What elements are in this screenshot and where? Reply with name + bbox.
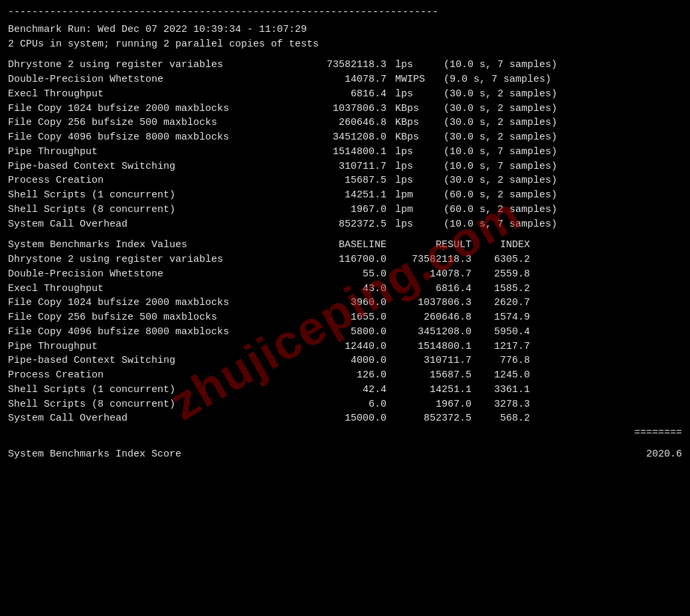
idx-label: Shell Scripts (8 concurrent)	[8, 397, 307, 412]
perf-params: (10.0 s, 7 samples)	[432, 58, 557, 72]
idx-result: 1967.0	[392, 397, 472, 412]
idx-baseline: 6.0	[307, 397, 387, 412]
score-section: System Benchmarks Index Score 2020.6	[8, 447, 682, 462]
perf-value: 14251.1	[307, 188, 387, 203]
index-table-row: Process Creation 126.0 15687.5 1245.0	[8, 368, 682, 383]
idx-index: 1585.2	[477, 282, 530, 296]
perf-row: Execl Throughput6816.4 lps (30.0 s, 2 sa…	[8, 87, 682, 102]
idx-result: 1514800.1	[392, 340, 472, 354]
idx-result: 852372.5	[392, 411, 472, 426]
perf-label: Dhrystone 2 using register variables	[8, 58, 307, 72]
th-baseline: BASELINE	[307, 238, 387, 253]
idx-baseline: 43.0	[307, 282, 387, 296]
perf-unit: MWIPS	[389, 72, 429, 87]
index-table-section: System Benchmarks Index Values BASELINE …	[8, 238, 682, 441]
perf-unit: KBps	[389, 102, 429, 116]
perf-unit: lps	[389, 217, 429, 232]
index-table-row: System Call Overhead 15000.0 852372.5 56…	[8, 411, 682, 426]
idx-index: 1217.7	[477, 340, 530, 354]
perf-value: 14078.7	[307, 72, 387, 87]
perf-value: 1514800.1	[307, 145, 387, 159]
idx-label: Double-Precision Whetstone	[8, 267, 307, 282]
idx-label: Process Creation	[8, 368, 307, 383]
score-label: System Benchmarks Index Score	[8, 447, 629, 462]
perf-row: Process Creation15687.5 lps (30.0 s, 2 s…	[8, 173, 682, 188]
idx-index: 1245.0	[477, 368, 530, 383]
idx-result: 6816.4	[392, 282, 472, 296]
perf-unit: lpm	[389, 203, 429, 217]
idx-baseline: 15000.0	[307, 411, 387, 426]
equals-row: ========	[8, 426, 682, 441]
idx-label: System Call Overhead	[8, 411, 307, 426]
perf-value: 260646.8	[307, 116, 387, 130]
idx-baseline: 4000.0	[307, 354, 387, 368]
idx-result: 15687.5	[392, 368, 472, 383]
perf-row: Pipe Throughput1514800.1 lps (10.0 s, 7 …	[8, 145, 682, 159]
index-table-row: Pipe-based Context Switching 4000.0 3107…	[8, 354, 682, 368]
idx-label: Dhrystone 2 using register variables	[8, 253, 307, 267]
perf-unit: lps	[389, 173, 429, 188]
perf-row: File Copy 1024 bufsize 2000 maxblocks103…	[8, 102, 682, 116]
idx-result: 260646.8	[392, 310, 472, 325]
perf-label: Execl Throughput	[8, 87, 307, 102]
idx-result: 1037806.3	[392, 296, 472, 310]
perf-label: Pipe-based Context Switching	[8, 159, 307, 174]
perf-value: 1037806.3	[307, 102, 387, 116]
idx-index: 3361.1	[477, 383, 530, 397]
th-index: INDEX	[477, 238, 530, 253]
perf-label: Shell Scripts (1 concurrent)	[8, 188, 307, 203]
idx-index: 6305.2	[477, 253, 530, 267]
perf-row: Double-Precision Whetstone14078.7 MWIPS …	[8, 72, 682, 87]
header-line1: Benchmark Run: Wed Dec 07 2022 10:39:34 …	[8, 23, 682, 37]
perf-label: Double-Precision Whetstone	[8, 72, 307, 87]
perf-row: System Call Overhead852372.5 lps (10.0 s…	[8, 217, 682, 232]
idx-index: 5950.4	[477, 325, 530, 340]
perf-params: (30.0 s, 2 samples)	[432, 130, 557, 145]
idx-result: 3451208.0	[392, 325, 472, 340]
idx-index: 568.2	[477, 411, 530, 426]
idx-result: 73582118.3	[392, 253, 472, 267]
header-line2: 2 CPUs in system; running 2 parallel cop…	[8, 37, 682, 52]
perf-value: 852372.5	[307, 217, 387, 232]
idx-baseline: 5800.0	[307, 325, 387, 340]
idx-label: File Copy 4096 bufsize 8000 maxblocks	[8, 325, 307, 340]
perf-params: (10.0 s, 7 samples)	[432, 159, 557, 174]
perf-value: 3451208.0	[307, 130, 387, 145]
idx-result: 14078.7	[392, 267, 472, 282]
index-table-row: Shell Scripts (8 concurrent) 6.0 1967.0 …	[8, 397, 682, 412]
index-table-row: File Copy 1024 bufsize 2000 maxblocks 39…	[8, 296, 682, 310]
idx-label: Shell Scripts (1 concurrent)	[8, 383, 307, 397]
idx-index: 3278.3	[477, 397, 530, 412]
perf-params: (60.0 s, 2 samples)	[432, 188, 557, 203]
idx-index: 2620.7	[477, 296, 530, 310]
perf-unit: lps	[389, 159, 429, 174]
idx-label: Pipe-based Context Switching	[8, 354, 307, 368]
score-row: System Benchmarks Index Score 2020.6	[8, 447, 682, 462]
perf-params: (10.0 s, 7 samples)	[432, 217, 557, 232]
index-table-header: System Benchmarks Index Values BASELINE …	[8, 238, 682, 253]
perf-unit: KBps	[389, 130, 429, 145]
perf-params: (30.0 s, 2 samples)	[432, 173, 557, 188]
perf-unit: lps	[389, 87, 429, 102]
perf-value: 73582118.3	[307, 58, 387, 72]
perf-row: File Copy 4096 bufsize 8000 maxblocks345…	[8, 130, 682, 145]
idx-result: 14251.1	[392, 383, 472, 397]
perf-row: Shell Scripts (1 concurrent)14251.1 lpm …	[8, 188, 682, 203]
idx-baseline: 55.0	[307, 267, 387, 282]
perf-unit: lps	[389, 58, 429, 72]
idx-baseline: 3960.0	[307, 296, 387, 310]
perf-value: 6816.4	[307, 87, 387, 102]
perf-label: File Copy 1024 bufsize 2000 maxblocks	[8, 102, 307, 116]
perf-value: 15687.5	[307, 173, 387, 188]
perf-row: Shell Scripts (8 concurrent)1967.0 lpm (…	[8, 203, 682, 217]
perf-params: (30.0 s, 2 samples)	[432, 87, 557, 102]
index-table-row: File Copy 4096 bufsize 8000 maxblocks 58…	[8, 325, 682, 340]
index-table-row: Pipe Throughput 12440.0 1514800.1 1217.7	[8, 340, 682, 354]
equals-sign: ========	[629, 426, 682, 441]
idx-label: File Copy 256 bufsize 500 maxblocks	[8, 310, 307, 325]
perf-label: Shell Scripts (8 concurrent)	[8, 203, 307, 217]
perf-unit: lps	[389, 145, 429, 159]
perf-row: File Copy 256 bufsize 500 maxblocks26064…	[8, 116, 682, 130]
index-table-row: Execl Throughput 43.0 6816.4 1585.2	[8, 282, 682, 296]
idx-label: Execl Throughput	[8, 282, 307, 296]
